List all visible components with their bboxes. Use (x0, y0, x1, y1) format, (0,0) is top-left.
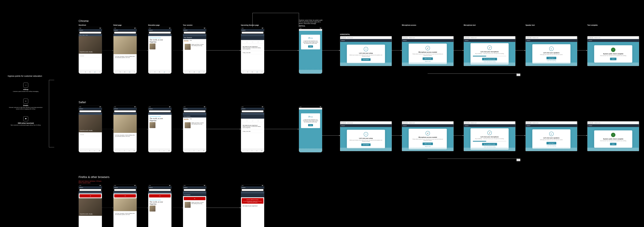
other-session[interactable]: 9:41▮▮▯amazonYour Sessions⚠Malbec and Mo… (183, 184, 206, 227)
safari-desktop-complete[interactable]: amazon.comamazon✓System audio check comp… (587, 121, 639, 151)
chrome-desktop-speaker[interactable]: amazon.comamazon ▶Let's test your speake… (526, 36, 577, 66)
vertical-note: Customer cannot 'share via system audio'… (299, 19, 324, 27)
play-icon[interactable]: ▶ (549, 47, 554, 51)
browser-alert-full[interactable]: ⚠ Use a different browserFor the best ex… (242, 198, 264, 204)
chrome-education[interactable]: 9:41▮▮▯ amazon Introducing Amazon Explor… (148, 27, 172, 74)
edu-thumb (150, 44, 156, 49)
mic-icon: 🎤 (426, 46, 430, 50)
ingress-label: Emails (8, 105, 44, 106)
chrome-desktop-mic-test[interactable]: amazon.comamazon 🎤Let's test your microp… (464, 36, 516, 66)
flow-arrow (136, 208, 148, 208)
url-bar[interactable]: amazon.com (346, 37, 391, 39)
safari-education[interactable]: 9:41▮▮▯amazonIntroducing Amazon ExploreT… (148, 106, 172, 152)
upcoming-title: Get ready for your experience! (243, 46, 258, 47)
ingress-title: Ingress points for customer education (8, 75, 44, 78)
flow-arrow (322, 135, 340, 136)
row-title-other: Firefox & other browsers (78, 175, 110, 179)
other-storefront[interactable]: 9:41▮▮▯amazon⚠Travel the world, virtuall… (78, 184, 102, 227)
flow-arrow (171, 208, 183, 208)
get-started-button[interactable]: Get started (361, 58, 371, 61)
chrome-desktop-complete[interactable]: amazon.comamazon ✓System audio check com… (587, 36, 639, 66)
mic-icon: 🎤 (488, 46, 492, 50)
col-upcoming: Upcoming Session page (241, 24, 259, 26)
safari-vertical-modal[interactable]: 9:41▮▮▯⟳▭To get the best experience, we … (299, 106, 322, 152)
phone-icon: ▭ (23, 83, 28, 88)
session-title: Your Sessions (183, 36, 206, 39)
detail-hero (114, 36, 137, 54)
ingress-bracket (49, 80, 54, 147)
edu-tag: Introducing Amazon Explore (150, 37, 170, 38)
skip-link[interactable]: Skip for now (411, 61, 444, 62)
flow-arrow (171, 129, 183, 129)
annotation-box (516, 159, 520, 161)
safari-desktop-mic-access[interactable]: amazon.comamazon🎤Microphone access neede… (402, 121, 454, 151)
flow-arrow (577, 135, 587, 136)
allow-button[interactable]: Allow access (422, 57, 433, 60)
chrome-storefront[interactable]: 9:41▮▮▯ amazon ShopDealsFresh Travel the… (78, 27, 102, 74)
mail-icon: ✉ (23, 99, 28, 104)
row-title-safari: Safari (78, 101, 86, 104)
session-item[interactable]: Malbec and More: A virtual wine tasting … (184, 43, 206, 47)
chrome-upcoming[interactable]: 9:41▮▮▯ amazon Get ready for your experi… (241, 27, 264, 74)
safari-detail[interactable]: 9:41▮▮▯amazonOld Town Jerusalem: Visit t… (113, 106, 137, 152)
flow-arrow (264, 129, 299, 129)
safari-session[interactable]: 9:41▮▮▯amazonYour SessionsUpcomingPastMa… (183, 106, 206, 152)
upcoming-date: Friday, June 26th (242, 51, 264, 54)
done-button[interactable]: Done (610, 58, 616, 60)
safari-desktop-landing[interactable]: amazon.comamazon⚙Let's test your setupBe… (340, 121, 392, 151)
tab-upcoming[interactable]: Upcoming (184, 40, 188, 41)
other-upcoming[interactable]: 9:41▮▮▯amazon⚠ Use a different browserFo… (241, 184, 264, 227)
skyline-graphic (299, 70, 322, 74)
flow-arrow (171, 50, 183, 51)
flow-canvas: Ingress points for customer education ▭ … (0, 0, 644, 227)
ingress-item-emails: ✉ Emails Educate customers to take them … (8, 99, 44, 110)
storefront-hero[interactable]: Travel the world, virtually (79, 36, 102, 54)
flow-arrow (102, 50, 113, 51)
note-line: VERTICAL (299, 25, 324, 27)
flow-arrow (515, 135, 526, 136)
safari-upcoming[interactable]: 9:41▮▮▯amazonGet ready for your experien… (241, 106, 264, 152)
note-line: Customer cannot 'share via system audio'… (299, 19, 324, 21)
col-storefront: Storefront (78, 24, 86, 26)
col-complete: Test complete (587, 24, 598, 26)
ingress-desc: Take customers to associated pages witho… (8, 124, 44, 126)
search-input[interactable] (80, 32, 101, 34)
modal-body: To get the best experience, we recommend… (303, 40, 318, 44)
mic-works-button[interactable]: My microphone works (482, 58, 497, 60)
flow-loop (299, 13, 299, 27)
brand: amazon (80, 30, 83, 31)
promo-card[interactable]: ▭ ▭ ▭ (80, 54, 101, 57)
hear-button[interactable]: I can hear it (546, 57, 556, 59)
setup-icon: ⚙ (364, 47, 368, 51)
ingress-label: SMS (when launched) (8, 122, 44, 124)
browser-alert[interactable]: ⚠ (80, 194, 101, 197)
flow-arrow (102, 129, 113, 129)
check-icon: ✓ (611, 48, 616, 52)
safari-desktop-speaker[interactable]: amazon.comamazon▶Let's test your speaker… (526, 121, 577, 151)
ingress-desc: Educate customers to take them directly … (8, 107, 44, 110)
other-education[interactable]: 9:41▮▮▯amazon⚠Introducing Amazon Explore… (148, 184, 172, 227)
col-education: Education page (148, 24, 160, 26)
okay-button[interactable]: Okay (308, 45, 313, 48)
chrome-desktop-mic-access[interactable]: amazon.comamazon 🎤Microphone access need… (402, 36, 454, 66)
chrome-detail[interactable]: 9:41▮▮▯ amazon Old Town Jerusalem: Visit… (113, 27, 137, 74)
col-horizontal: HORIZONTAL (340, 34, 350, 35)
rotate-modal: ⟳▭ To get the best experience, we recomm… (301, 35, 320, 49)
tab-past[interactable]: Past (190, 40, 192, 41)
safari-desktop-mic-test[interactable]: amazon.comamazon🎤Let's test your microph… (464, 121, 516, 151)
ingress-item-mshop: ▭ mShop Customer opens browser from mSho… (8, 83, 44, 92)
safari-storefront[interactable]: 9:41▮▮▯amazon Travel the world, virtuall… (78, 106, 102, 152)
flow-arrow (392, 135, 402, 136)
other-detail[interactable]: 9:41▮▮▯amazon⚠Old Town Jerusalem: Visit … (113, 184, 137, 227)
chrome-vertical-modal[interactable]: 9:41▮▮▯ ⟳▭ To get the best experience, w… (299, 27, 322, 74)
detail-title: Old Town Jerusalem: Visit the Wailing Wa… (114, 55, 136, 59)
chrome-desktop-landing[interactable]: amazon.com amazon ⚙Let's test your setup… (340, 36, 392, 66)
flow-arrow (102, 208, 113, 208)
col-detail: Detail page (113, 24, 122, 26)
chrome-session[interactable]: 9:41▮▮▯ amazon Your Sessions UpcomingPas… (183, 27, 206, 74)
flow-arrow (454, 135, 464, 136)
ingress-desc: Customer opens browser from mShop messag… (8, 91, 44, 92)
signal-icon: ▮▮▯ (100, 28, 101, 29)
col-mic-test: Microphone test (464, 24, 476, 26)
ingress-label: mShop (8, 89, 44, 90)
